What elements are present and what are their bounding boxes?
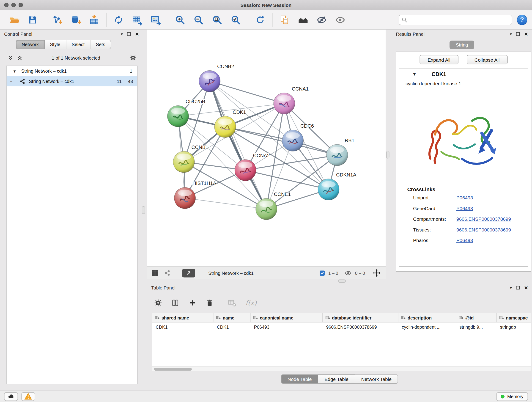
network-node-hist1h1a[interactable] [174, 187, 196, 209]
memory-button[interactable]: Memory [496, 392, 528, 401]
left-splitter-handle[interactable] [142, 206, 145, 214]
column-header[interactable]: description [399, 313, 456, 322]
table-cell[interactable]: P06493 [251, 325, 323, 330]
panel-close-icon[interactable]: × [135, 31, 139, 37]
right-splitter-handle[interactable] [386, 151, 389, 159]
hide-selected-button[interactable] [314, 12, 330, 28]
network-row-selected[interactable]: ● String Network – cdk1 11 48 [7, 76, 137, 86]
bottom-splitter-handle[interactable] [338, 280, 346, 283]
network-node-ccnb2[interactable] [199, 70, 220, 92]
crosslink-link[interactable]: P06493 [456, 195, 473, 200]
export-image-button[interactable] [148, 12, 164, 28]
table-cell[interactable]: cyclin-dependent ... [399, 325, 456, 330]
zoom-out-button[interactable] [191, 12, 207, 28]
tab-network-table[interactable]: Network Table [355, 375, 398, 384]
open-session-button[interactable] [6, 12, 22, 28]
scrollbar-thumb[interactable] [154, 368, 192, 370]
network-edge[interactable] [225, 127, 337, 155]
network-edge[interactable] [185, 198, 266, 209]
tab-edge-table[interactable]: Edge Table [318, 375, 355, 384]
show-all-button[interactable] [332, 12, 348, 28]
network-node-rb1[interactable] [326, 144, 348, 166]
column-header[interactable]: @id [456, 313, 497, 322]
tab-node-table[interactable]: Node Table [281, 375, 318, 384]
share-network-icon[interactable] [164, 270, 171, 276]
zoom-in-button[interactable] [172, 12, 188, 28]
warning-button[interactable] [21, 392, 35, 401]
network-node-cdk1[interactable] [215, 116, 236, 138]
table-cell[interactable]: stringdb [497, 325, 532, 330]
open-in-new-button[interactable] [182, 269, 195, 277]
cloud-button[interactable] [4, 392, 18, 401]
import-network-file-button[interactable] [49, 12, 65, 28]
search-box[interactable] [399, 15, 512, 25]
copy-documents-button[interactable] [277, 12, 293, 28]
gear-icon[interactable] [129, 54, 137, 62]
network-collection-row[interactable]: ▼ String Network – cdk1 1 [7, 66, 137, 76]
search-input[interactable] [409, 17, 509, 22]
import-table-button[interactable] [86, 12, 102, 28]
plus-icon[interactable] [188, 299, 196, 307]
panel-collapse-icon[interactable]: ▾ [510, 32, 512, 36]
column-header[interactable]: shared name [152, 313, 214, 322]
table-row[interactable]: CDK1 CDK1 P06493 9606.ENSP00000378699 cy… [152, 322, 531, 332]
network-edge[interactable] [210, 81, 284, 104]
network-node-cdkn1a[interactable] [318, 179, 339, 200]
table-cell[interactable]: CDK1 [152, 325, 214, 330]
collapse-all-button[interactable]: Collapse All [467, 55, 507, 64]
panel-collapse-icon[interactable]: ▾ [510, 286, 512, 290]
help-button[interactable]: ? [517, 15, 527, 25]
tab-select[interactable]: Select [66, 40, 90, 49]
column-header[interactable]: database identifier [323, 313, 399, 322]
protein-section-header[interactable]: ▼ CDK1 [399, 69, 528, 80]
close-window-button[interactable] [4, 3, 9, 7]
column-header[interactable]: canonical name [251, 313, 323, 322]
table-cell[interactable]: 9606.ENSP00000378699 [323, 325, 399, 330]
apply-layout-button[interactable] [252, 12, 268, 28]
tab-network[interactable]: Network [16, 40, 44, 49]
delete-table-icon[interactable] [228, 298, 236, 307]
chevrons-down-icon[interactable] [7, 55, 13, 61]
column-header[interactable]: name [214, 313, 251, 322]
panel-close-icon[interactable]: × [524, 285, 528, 291]
section-disclosure-icon[interactable]: ▼ [412, 72, 417, 77]
graphics-details-button[interactable] [295, 12, 311, 28]
zoom-selected-button[interactable] [228, 12, 244, 28]
table-cell[interactable]: stringdb:9... [456, 325, 497, 330]
panel-float-icon[interactable] [516, 32, 520, 36]
network-node-cdc25b[interactable] [167, 106, 189, 127]
move-crosshair-icon[interactable] [373, 269, 381, 277]
crosslink-link[interactable]: 9606.ENSP00000378699 [456, 227, 511, 232]
tab-sets[interactable]: Sets [90, 40, 111, 49]
columns-icon[interactable] [171, 299, 179, 307]
expand-all-button[interactable]: Expand All [420, 55, 458, 64]
chevrons-up-icon[interactable] [17, 55, 23, 61]
crosslink-link[interactable]: 9606.ENSP00000378699 [456, 216, 511, 222]
network-node-cdc6[interactable] [282, 130, 304, 151]
panel-close-icon[interactable]: × [524, 31, 528, 37]
minimize-window-button[interactable] [12, 3, 16, 7]
horizontal-scrollbar[interactable] [152, 366, 531, 371]
panel-collapse-icon[interactable]: ▾ [121, 32, 123, 36]
tab-string[interactable]: String [450, 41, 474, 49]
crosslink-link[interactable]: P06493 [456, 205, 473, 211]
import-network-database-button[interactable] [68, 12, 84, 28]
network-edge[interactable] [210, 81, 266, 209]
zoom-fit-button[interactable] [209, 12, 225, 28]
network-canvas[interactable]: CCNB2CCNA1CDC25BCDK1CDC6RB1CCNB1CCNA2CDK… [147, 30, 386, 267]
gear-icon[interactable] [154, 299, 162, 307]
grid-icon[interactable] [152, 270, 158, 276]
network-node-ccnb1[interactable] [173, 151, 195, 172]
column-header[interactable]: namespac [497, 313, 532, 322]
panel-float-icon[interactable] [516, 286, 520, 289]
selected-checkbox[interactable] [320, 270, 325, 276]
crosslink-link[interactable]: P06493 [456, 237, 473, 243]
save-session-button[interactable] [25, 12, 41, 28]
eye-slash-icon[interactable] [344, 269, 352, 277]
network-node-ccne1[interactable] [256, 198, 277, 220]
function-builder-button[interactable]: f(x) [245, 299, 257, 307]
panel-float-icon[interactable] [127, 32, 131, 36]
table-cell[interactable]: CDK1 [214, 325, 251, 330]
network-node-ccna1[interactable] [273, 93, 295, 114]
network-tools-button[interactable] [111, 12, 127, 28]
